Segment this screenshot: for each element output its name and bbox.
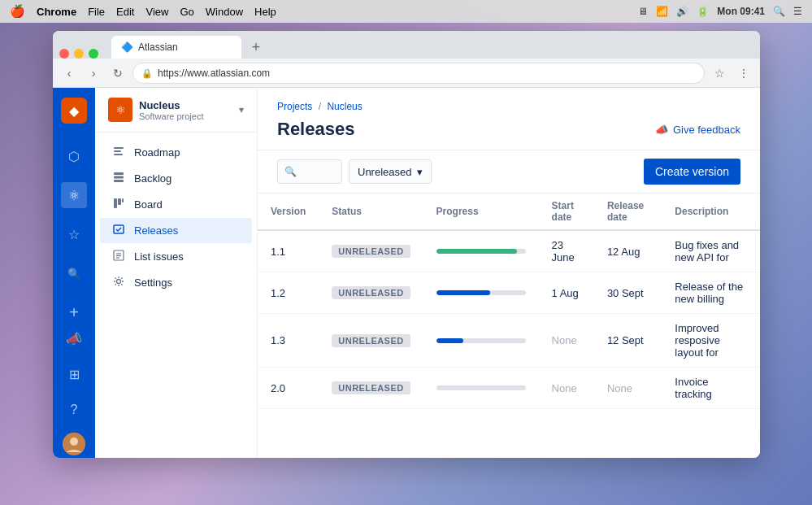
- cell-version-2: 1.3: [258, 314, 319, 368]
- apple-logo: 🍎: [10, 4, 25, 19]
- table-row[interactable]: 1.2 UNRELEASED 1 Aug 30 Sept Release of …: [258, 272, 760, 314]
- home-icon[interactable]: ⬡: [61, 143, 87, 169]
- system-menu: Chrome File Edit View Go Window Help: [37, 6, 276, 18]
- sidebar-item-backlog[interactable]: Backlog: [100, 166, 252, 191]
- cell-status-3: UNRELEASED: [319, 368, 423, 409]
- board-label: Board: [134, 198, 163, 211]
- menu-system-icon[interactable]: ☰: [793, 6, 802, 17]
- progress-bar-bg-3: [436, 385, 526, 390]
- minimize-button[interactable]: [74, 49, 84, 59]
- tab-favicon: 🔷: [121, 41, 133, 53]
- browser-actions: ☆ ⋮: [710, 63, 753, 83]
- new-tab-button[interactable]: +: [245, 36, 267, 59]
- col-description: Description: [662, 194, 760, 230]
- project-type: Software project: [139, 111, 232, 121]
- sys-window[interactable]: Window: [206, 6, 243, 18]
- table-row[interactable]: 2.0 UNRELEASED None None Invoice trackin…: [258, 368, 760, 409]
- sys-view[interactable]: View: [145, 6, 168, 18]
- help-icon[interactable]: ?: [61, 397, 87, 423]
- breadcrumb-nucleus[interactable]: Nucleus: [327, 101, 362, 112]
- user-avatar[interactable]: [63, 433, 85, 455]
- cell-version-0: 1.1: [258, 230, 319, 272]
- breadcrumb: Projects / Nucleus: [277, 101, 740, 112]
- col-version: Version: [258, 194, 319, 230]
- cell-start-date-1: 1 Aug: [539, 272, 594, 314]
- forward-button[interactable]: ›: [84, 63, 103, 83]
- browser-tabs: 🔷 Atlassian +: [53, 31, 760, 59]
- search-box[interactable]: 🔍: [277, 159, 342, 184]
- sys-chrome[interactable]: Chrome: [37, 6, 76, 18]
- atlassian-logo[interactable]: ◆: [61, 98, 87, 124]
- col-start-date: Start date: [539, 194, 594, 230]
- cell-release-date-0: 12 Aug: [594, 230, 662, 272]
- sidebar-item-settings[interactable]: Settings: [100, 270, 252, 295]
- svg-rect-3: [114, 150, 121, 152]
- star-icon[interactable]: ☆: [61, 221, 87, 247]
- cell-description-3: Invoice tracking: [662, 368, 760, 409]
- svg-rect-4: [114, 154, 123, 155]
- table-row[interactable]: 1.1 UNRELEASED 23 June 12 Aug Bug fixes …: [258, 230, 760, 272]
- svg-rect-6: [114, 176, 124, 179]
- status-badge-0: UNRELEASED: [332, 245, 410, 258]
- content-toolbar: 🔍 Unreleased ▾ Create version: [258, 150, 760, 194]
- cell-description-2: Improved resposive layout for: [662, 314, 760, 368]
- cell-start-date-3: None: [539, 368, 594, 409]
- browser-chrome: 🔷 Atlassian + ‹ › ↻ 🔒 https://www.atlass…: [53, 31, 760, 88]
- feedback-button[interactable]: 📣 Give feedback: [655, 124, 740, 136]
- svg-rect-8: [114, 198, 117, 208]
- sidebar-item-roadmap[interactable]: Roadmap: [100, 140, 252, 165]
- volume-icon: 🔊: [676, 6, 688, 17]
- create-version-button[interactable]: Create version: [644, 159, 740, 185]
- progress-bar-fill-0: [436, 249, 517, 254]
- breadcrumb-projects[interactable]: Projects: [277, 101, 312, 112]
- project-icon-btn[interactable]: ⚛: [61, 182, 87, 208]
- search-system-icon[interactable]: 🔍: [773, 6, 785, 17]
- more-button[interactable]: ⋮: [734, 63, 753, 83]
- project-info: Nucleus Software project: [139, 99, 232, 121]
- table-row[interactable]: 1.3 UNRELEASED None 12 Sept Improved res…: [258, 314, 760, 368]
- cell-status-2: UNRELEASED: [319, 314, 423, 368]
- status-filter-dropdown[interactable]: Unreleased ▾: [349, 159, 432, 184]
- url-bar[interactable]: 🔒 https://www.atlassian.com: [132, 63, 705, 84]
- search-icon[interactable]: 🔍: [61, 260, 87, 286]
- filter-label: Unreleased: [358, 166, 412, 178]
- close-button[interactable]: [59, 49, 69, 59]
- project-header[interactable]: ⚛ Nucleus Software project ▾: [95, 88, 257, 133]
- col-progress: Progress: [423, 194, 539, 230]
- refresh-button[interactable]: ↻: [108, 63, 128, 83]
- sys-help[interactable]: Help: [254, 6, 276, 18]
- sidebar-item-board[interactable]: Board: [100, 192, 252, 217]
- releases-table: Version Status Progress Start date Relea…: [258, 194, 760, 458]
- screen-icon: 🖥: [638, 6, 648, 17]
- svg-rect-7: [114, 180, 124, 182]
- sys-file[interactable]: File: [88, 6, 105, 18]
- svg-rect-2: [114, 147, 124, 149]
- list-issues-label: List issues: [134, 250, 184, 263]
- cell-progress-3: [423, 368, 539, 409]
- notification-icon[interactable]: 📣: [61, 325, 87, 351]
- status-badge-2: UNRELEASED: [332, 334, 410, 347]
- status-badge-3: UNRELEASED: [332, 381, 410, 394]
- add-icon[interactable]: +: [61, 299, 87, 325]
- sidebar-item-releases[interactable]: Releases: [100, 218, 252, 243]
- svg-point-16: [117, 280, 121, 284]
- cell-version-1: 1.2: [258, 272, 319, 314]
- bookmark-button[interactable]: ☆: [710, 63, 729, 83]
- backlog-label: Backlog: [134, 172, 172, 185]
- releases-label: Releases: [134, 224, 178, 237]
- active-tab[interactable]: 🔷 Atlassian: [111, 36, 241, 59]
- system-time: Mon 09:41: [717, 6, 765, 17]
- cell-description-0: Bug fixes and new API for: [662, 230, 760, 272]
- apps-icon[interactable]: ⊞: [61, 361, 87, 387]
- browser-toolbar: ‹ › ↻ 🔒 https://www.atlassian.com ☆ ⋮: [53, 59, 760, 88]
- sidebar-item-list-issues[interactable]: List issues: [100, 244, 252, 269]
- progress-bar-fill-1: [436, 290, 490, 295]
- sys-edit[interactable]: Edit: [116, 6, 134, 18]
- maximize-button[interactable]: [89, 49, 98, 59]
- sys-go[interactable]: Go: [180, 6, 193, 18]
- cell-start-date-0: 23 June: [539, 230, 594, 272]
- back-button[interactable]: ‹: [59, 63, 79, 83]
- url-text: https://www.atlassian.com: [158, 67, 270, 79]
- page-title: Releases: [277, 119, 354, 140]
- progress-container-3: [436, 385, 526, 390]
